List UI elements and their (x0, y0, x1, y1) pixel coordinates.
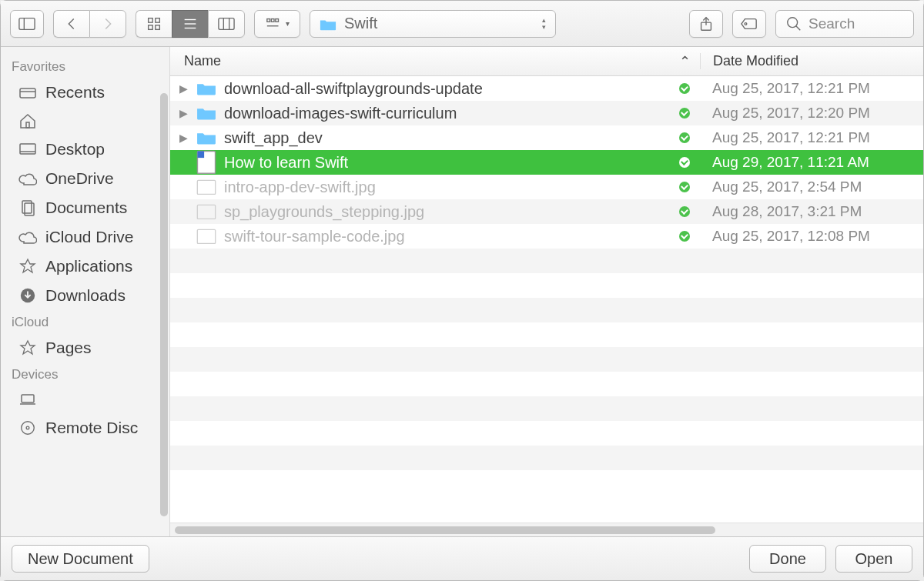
empty-row (170, 347, 923, 372)
svg-rect-0 (19, 18, 35, 29)
folder-icon (320, 15, 336, 32)
chevron-left-icon (63, 15, 80, 32)
file-name: How to learn Swift (224, 154, 669, 172)
file-row[interactable]: intro-app-dev-swift.jpgAug 25, 2017, 2:5… (170, 175, 923, 199)
finder-open-dialog: ▾ Swift ▴▾ Search FavoritesRecentsDeskto… (0, 0, 924, 581)
sidebar-item-pages[interactable]: Pages (1, 333, 169, 362)
file-name: intro-app-dev-swift.jpg (224, 179, 669, 196)
horizontal-scrollbar[interactable] (170, 523, 923, 536)
folder-icon (196, 80, 216, 97)
column-view-button[interactable] (208, 10, 245, 38)
file-date: Aug 29, 2017, 11:21 AM (700, 154, 923, 171)
sidebar-item-laptop[interactable] (1, 386, 169, 413)
column-date-modified[interactable]: Date Modified (700, 53, 923, 69)
new-document-button[interactable]: New Document (12, 545, 149, 573)
svg-rect-4 (149, 25, 153, 29)
icon-view-button[interactable] (136, 10, 172, 38)
sidebar-item-remote-disc[interactable]: Remote Disc (1, 413, 169, 442)
svg-rect-9 (219, 18, 234, 29)
svg-line-20 (796, 25, 801, 30)
svg-point-31 (22, 422, 35, 435)
forward-button[interactable] (89, 10, 126, 38)
svg-point-32 (26, 426, 29, 429)
sidebar-item-icloud-drive[interactable]: iCloud Drive (1, 222, 169, 252)
image-icon (196, 179, 216, 195)
sidebar-section-title: Devices (1, 362, 169, 386)
empty-row (170, 470, 923, 495)
sidebar-item-documents[interactable]: Documents (1, 193, 169, 222)
chevron-down-icon: ▾ (286, 19, 290, 28)
column-headers: Name ⌃ Date Modified (170, 47, 923, 76)
file-row[interactable]: How to learn SwiftAug 29, 2017, 11:21 AM (170, 150, 923, 175)
sidebar-item-desktop[interactable]: Desktop (1, 135, 169, 164)
sidebar-section-title: Favorites (1, 55, 169, 78)
file-row[interactable]: ▶download-images-swift-curriculumAug 25,… (170, 101, 923, 125)
toolbar: ▾ Swift ▴▾ Search (1, 1, 923, 47)
tag-icon (741, 15, 758, 32)
sidebar-item-downloads[interactable]: Downloads (1, 281, 169, 310)
search-field[interactable]: Search (775, 10, 914, 38)
svg-rect-21 (20, 88, 35, 98)
svg-rect-13 (271, 18, 274, 22)
done-button[interactable]: Done (749, 545, 826, 573)
share-button[interactable] (689, 10, 723, 38)
list-view-icon (182, 15, 199, 32)
svg-rect-14 (275, 18, 278, 22)
file-row[interactable]: ▶download-all-swiftplaygrounds-updateAug… (170, 76, 923, 101)
view-mode-segment (136, 10, 245, 38)
file-date: Aug 25, 2017, 12:20 PM (700, 105, 923, 122)
home-icon (18, 112, 38, 129)
tags-button[interactable] (732, 10, 766, 38)
group-by-button[interactable]: ▾ (254, 10, 300, 38)
disclosure-triangle-icon[interactable]: ▶ (170, 107, 196, 119)
sidebar-item-label: Downloads (45, 286, 126, 305)
sidebar-item-label: Recents (45, 83, 105, 102)
file-name: download-all-swiftplaygrounds-update (224, 80, 669, 98)
empty-row (170, 298, 923, 322)
sidebar-item-label: iCloud Drive (45, 228, 133, 246)
sidebar-item-home[interactable] (1, 107, 169, 135)
search-placeholder: Search (808, 15, 855, 32)
sync-status-icon (669, 83, 700, 94)
column-name[interactable]: Name (170, 53, 669, 69)
sort-indicator[interactable]: ⌃ (669, 53, 700, 70)
svg-rect-23 (26, 122, 29, 128)
sidebar-item-label: Documents (45, 199, 127, 217)
empty-row (170, 249, 923, 273)
applications-icon (18, 339, 38, 356)
disclosure-triangle-icon[interactable]: ▶ (170, 132, 196, 144)
path-stepper-icon: ▴▾ (542, 17, 546, 31)
dialog-footer: New Document Done Open (1, 537, 923, 580)
path-label: Swift (344, 15, 377, 32)
sidebar-toggle-button[interactable] (10, 10, 44, 38)
file-name: sp_playgrounds_stepping.jpg (224, 203, 669, 221)
desktop-icon (18, 141, 38, 158)
sidebar-item-label: Desktop (45, 140, 105, 159)
image-icon (196, 203, 216, 220)
svg-point-19 (788, 17, 798, 27)
file-name: swift-tour-sample-code.jpg (224, 228, 669, 245)
column-view-icon (218, 15, 235, 32)
file-row[interactable]: swift-tour-sample-code.jpgAug 25, 2017, … (170, 224, 923, 249)
file-date: Aug 28, 2017, 3:21 PM (700, 203, 923, 220)
file-row[interactable]: sp_playgrounds_stepping.jpgAug 28, 2017,… (170, 199, 923, 224)
sidebar-item-label: OneDrive (45, 169, 114, 188)
list-view-button[interactable] (172, 10, 208, 38)
empty-row (170, 322, 923, 347)
sidebar-item-recents[interactable]: Recents (1, 78, 169, 107)
sidebar-scrollbar[interactable] (160, 93, 168, 516)
back-button[interactable] (53, 10, 89, 38)
search-icon (785, 15, 802, 32)
file-rows: ▶download-all-swiftplaygrounds-updateAug… (170, 76, 923, 523)
path-popup-button[interactable]: Swift ▴▾ (310, 10, 556, 38)
sidebar-item-applications[interactable]: Applications (1, 252, 169, 281)
empty-row (170, 446, 923, 470)
file-row[interactable]: ▶swift_app_devAug 25, 2017, 12:21 PM (170, 125, 923, 150)
sidebar-item-onedrive[interactable]: OneDrive (1, 164, 169, 193)
disclosure-triangle-icon[interactable]: ▶ (170, 82, 196, 95)
svg-rect-24 (20, 144, 35, 154)
documents-icon (18, 199, 38, 216)
empty-row (170, 421, 923, 446)
open-button[interactable]: Open (835, 545, 912, 573)
sync-status-icon (669, 231, 700, 242)
